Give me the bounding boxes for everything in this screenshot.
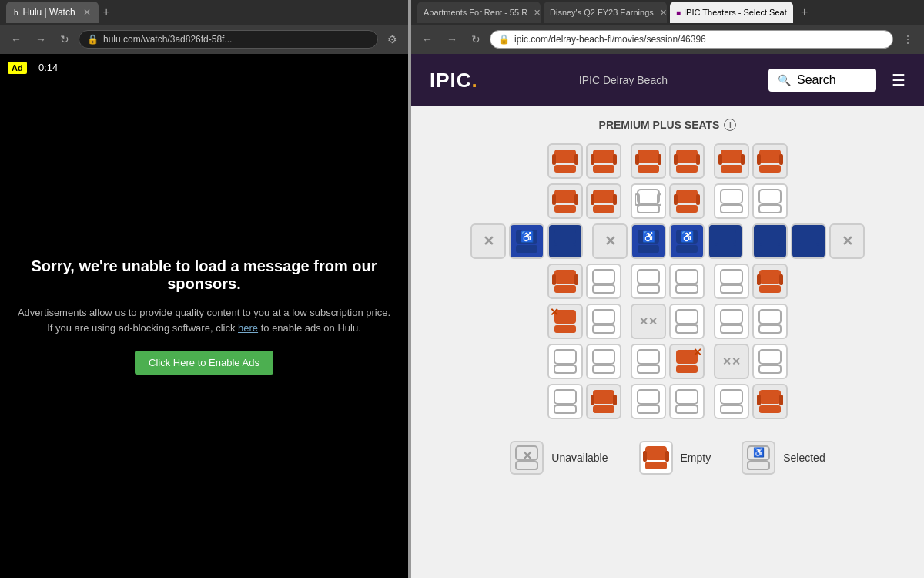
seat[interactable] (631, 264, 666, 299)
seat[interactable] (547, 384, 583, 419)
svg-rect-80 (593, 325, 614, 333)
svg-rect-17 (721, 165, 742, 173)
seat[interactable] (586, 143, 621, 179)
right-forward-button[interactable]: → (442, 31, 462, 48)
search-box[interactable]: 🔍 Search (768, 69, 876, 92)
seat-blue[interactable] (791, 223, 826, 259)
seat[interactable] (669, 304, 705, 339)
legend-unavailable: ✕ Unavailable (510, 441, 608, 475)
seat-row-3: ✕ ♿ (470, 223, 865, 259)
tab-disney[interactable]: Disney's Q2 FY23 Earnings ✕ (544, 2, 667, 23)
seat[interactable] (752, 183, 788, 219)
seat[interactable] (586, 344, 621, 379)
svg-rect-101 (591, 395, 594, 405)
seat[interactable] (586, 304, 621, 339)
svg-rect-45 (516, 245, 537, 253)
seat[interactable] (547, 264, 583, 299)
seat-blue[interactable] (708, 223, 743, 259)
svg-rect-106 (676, 405, 698, 413)
enable-ads-button[interactable]: Click Here to Enable Ads (135, 351, 273, 375)
info-icon[interactable]: i (724, 119, 736, 131)
svg-rect-82 (676, 325, 698, 333)
seat[interactable] (631, 183, 666, 219)
right-new-tab-button[interactable]: + (796, 5, 812, 19)
reload-button[interactable]: ↻ (55, 31, 74, 48)
svg-rect-40 (721, 190, 742, 203)
seat[interactable] (714, 143, 749, 179)
seat-unavailable: ✕ (470, 223, 506, 259)
seat[interactable] (631, 143, 666, 179)
forward-button[interactable]: → (31, 31, 51, 48)
right-reload-button[interactable]: ↻ (467, 31, 485, 48)
extensions-button[interactable]: ⚙ (383, 31, 402, 48)
seat-group (714, 143, 788, 179)
ipic-url: ipic.com/delray-beach-fl/movies/session/… (514, 34, 706, 45)
right-back-button[interactable]: ← (417, 31, 437, 48)
svg-rect-69 (676, 270, 698, 284)
here-link[interactable]: here (238, 322, 258, 334)
seat[interactable] (714, 264, 749, 299)
seat[interactable] (669, 143, 705, 179)
seat[interactable] (547, 344, 583, 379)
svg-rect-96 (759, 365, 781, 373)
ad-badge: Ad (8, 62, 27, 74)
close-tab-icon[interactable]: ✕ (660, 8, 667, 18)
seat[interactable] (669, 264, 705, 299)
seat[interactable] (752, 264, 788, 299)
seat-blue[interactable] (752, 223, 788, 259)
close-tab-icon[interactable]: ✕ (534, 8, 541, 18)
seat[interactable] (547, 183, 583, 219)
search-icon: 🔍 (778, 74, 791, 86)
new-tab-button[interactable]: + (99, 5, 115, 19)
seat-group (714, 264, 788, 299)
seat[interactable] (586, 384, 621, 419)
seat-wheelchair[interactable]: ♿ (669, 223, 705, 259)
seat[interactable] (586, 264, 621, 299)
seat[interactable] (631, 384, 666, 419)
seat-wheelchair[interactable]: ♿ (509, 223, 544, 259)
close-tab-icon[interactable]: ✕ (83, 7, 91, 18)
right-extensions-btn[interactable]: ⋮ (898, 31, 918, 48)
right-panel: Apartments For Rent - 55 R ✕ Disney's Q2… (411, 0, 924, 578)
seat[interactable] (752, 384, 788, 419)
right-address-bar[interactable]: 🔒 ipic.com/delray-beach-fl/movies/sessio… (490, 30, 893, 49)
tab-ipic[interactable]: ■ IPIC Theaters - Select Seat ✕ (670, 2, 793, 23)
svg-rect-109 (759, 390, 781, 404)
svg-rect-9 (638, 165, 659, 173)
svg-rect-38 (674, 194, 678, 205)
seat[interactable] (752, 304, 788, 339)
seat-row-1 (547, 143, 788, 179)
seat-group: ✕ (752, 223, 865, 259)
svg-rect-53 (676, 245, 698, 253)
svg-rect-59 (798, 230, 819, 244)
hulu-tab[interactable]: h Hulu | Watch ✕ (6, 2, 99, 23)
seat-x-orange[interactable]: ✕ (669, 344, 705, 379)
svg-rect-42 (759, 190, 781, 203)
seat-row-4 (547, 264, 788, 299)
svg-rect-25 (554, 205, 576, 213)
ipic-location: IPIC Delray Beach (494, 74, 753, 86)
seat[interactable] (547, 143, 583, 179)
legend-empty-label: Empty (681, 452, 711, 464)
seat-x-orange[interactable]: ✕ (547, 304, 583, 339)
seat[interactable] (669, 384, 705, 419)
back-button[interactable]: ← (6, 31, 26, 48)
seat[interactable] (714, 384, 749, 419)
seat[interactable] (586, 183, 621, 219)
seat[interactable] (631, 344, 666, 379)
ad-timer: 0:14 (38, 62, 58, 73)
seat[interactable] (714, 183, 749, 219)
lock-icon: 🔒 (498, 34, 510, 45)
seat[interactable] (714, 304, 749, 339)
seat-group (631, 264, 705, 299)
seat-group (631, 183, 705, 219)
tab-apartments[interactable]: Apartments For Rent - 55 R ✕ (417, 2, 541, 23)
menu-button[interactable]: ☰ (892, 71, 906, 89)
svg-rect-20 (759, 150, 781, 163)
seat[interactable] (752, 143, 788, 179)
seat-wheelchair[interactable]: ♿ (631, 223, 666, 259)
seat[interactable] (752, 344, 788, 379)
seat-blue[interactable] (547, 223, 583, 259)
address-bar[interactable]: 🔒 hulu.com/watch/3ad826fd-58f... (79, 30, 378, 49)
seat[interactable] (669, 183, 705, 219)
